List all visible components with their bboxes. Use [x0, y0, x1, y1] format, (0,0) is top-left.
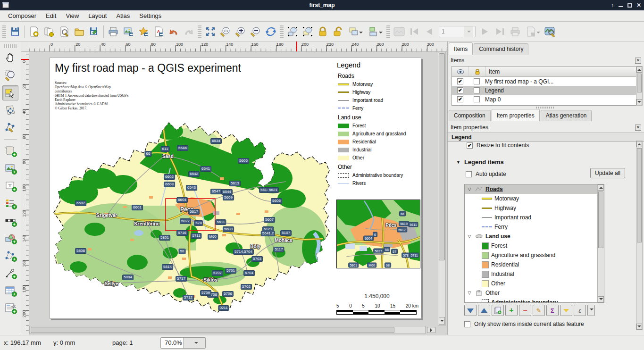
add-shape-icon[interactable]: +: [2, 231, 18, 246]
align-items-dropdown-icon[interactable]: [379, 32, 383, 35]
pan-tool-icon[interactable]: [2, 50, 18, 66]
print-atlas-icon[interactable]: [508, 24, 523, 39]
canvas-horizontal-scrollbar[interactable]: [29, 326, 426, 334]
tree-node-residential[interactable]: Residential: [465, 260, 604, 269]
close-item-properties-icon[interactable]: ✕: [635, 125, 641, 131]
tree-node-important-road[interactable]: Important road: [465, 213, 604, 222]
table-row[interactable]: ✔ My first road map - a QGI...: [452, 77, 636, 86]
tab-items[interactable]: Items: [449, 42, 473, 55]
expander-icon[interactable]: ▽: [467, 187, 472, 192]
edit-nodes-item-tool-icon[interactable]: [2, 120, 18, 135]
add-html-frame-icon[interactable]: </> +: [2, 300, 18, 316]
scrollbar-thumb[interactable]: [598, 192, 603, 248]
zoom-in-icon[interactable]: [233, 24, 248, 39]
zoom-actual-icon[interactable]: 1:1: [218, 24, 233, 39]
expression-filter-icon[interactable]: ε: [574, 305, 586, 316]
add-arrow-icon[interactable]: +: [2, 266, 18, 281]
toolbar-grip[interactable]: [198, 25, 201, 38]
resize-to-fit-checkbox[interactable]: ✔: [467, 142, 473, 149]
scalebar-item[interactable]: 505101520 km: [335, 303, 419, 315]
atlas-page-combobox[interactable]: [439, 26, 476, 37]
menu-view[interactable]: View: [61, 11, 83, 20]
scroll-up-icon[interactable]: [636, 141, 642, 147]
add-new-map-icon[interactable]: +: [2, 143, 18, 158]
refresh-icon[interactable]: [263, 24, 278, 39]
add-legend-icon[interactable]: +: [2, 196, 18, 211]
menu-composer[interactable]: Composer: [4, 11, 41, 20]
add-group-button[interactable]: [492, 305, 504, 316]
atlas-previous-feature-icon[interactable]: [422, 24, 437, 39]
items-table-scrollbar[interactable]: [636, 66, 643, 106]
move-up-button[interactable]: [478, 305, 490, 316]
export-atlas-dropdown-icon[interactable]: [536, 32, 540, 35]
export-svg-icon[interactable]: [136, 24, 151, 39]
toolbar-grip[interactable]: [386, 25, 390, 38]
scroll-up-icon[interactable]: [598, 184, 604, 191]
close-items-panel-icon[interactable]: ✕: [635, 58, 641, 64]
scroll-right-icon[interactable]: [427, 327, 435, 333]
table-row[interactable]: ✔ Map 0: [452, 95, 636, 104]
scrollbar-thumb[interactable]: [637, 74, 642, 92]
open-template-folder-icon[interactable]: [72, 24, 87, 39]
composition-page[interactable]: My first road map - a QGIS experiment So…: [50, 58, 421, 319]
visibility-checkbox[interactable]: ✔: [457, 78, 463, 84]
move-item-content-icon[interactable]: [300, 24, 315, 39]
atlas-page-dropdown-icon[interactable]: [464, 26, 473, 37]
close-icon[interactable]: ✕: [636, 2, 641, 8]
table-row[interactable]: ✔ Legend: [452, 86, 636, 95]
zoom-tool-icon[interactable]: [2, 68, 18, 83]
align-items-icon[interactable]: [365, 24, 385, 39]
expander-icon[interactable]: ▽: [467, 234, 472, 239]
tree-node-ferry[interactable]: Ferry: [465, 222, 604, 232]
auto-update-checkbox[interactable]: [466, 171, 472, 177]
save-project-icon[interactable]: [8, 24, 23, 39]
main-map-item[interactable]: Sásd Szigetvár Szentlőrinc Pécs Bóly Moh…: [50, 92, 333, 320]
composer-manager-icon[interactable]: [57, 24, 72, 39]
edit-item-icon[interactable]: ✎: [533, 305, 545, 316]
remove-item-button[interactable]: −: [519, 305, 531, 316]
legend-items-group[interactable]: ▼ Legend items: [456, 158, 504, 166]
legend-items-tree[interactable]: ▽ Roads Motorway Highway Important road …: [464, 184, 604, 303]
atlas-page-input[interactable]: [439, 28, 464, 35]
tree-node-forest[interactable]: Forest: [465, 241, 604, 250]
save-as-template-icon[interactable]: [87, 24, 102, 39]
export-pdf-icon[interactable]: A: [151, 24, 166, 39]
expander-icon[interactable]: ▽: [467, 291, 472, 295]
tab-command-history[interactable]: Command history: [474, 43, 528, 55]
tree-node-motorway[interactable]: Motorway: [465, 194, 604, 203]
atlas-settings-icon[interactable]: [543, 24, 558, 39]
print-icon[interactable]: [106, 24, 121, 39]
lock-items-icon[interactable]: [315, 24, 330, 39]
expression-dropdown-icon[interactable]: [587, 305, 595, 316]
export-atlas-icon[interactable]: [523, 24, 543, 39]
canvas-vertical-scrollbar[interactable]: [438, 52, 446, 325]
select-move-item-icon[interactable]: [285, 24, 300, 39]
menu-settings[interactable]: Settings: [135, 11, 166, 20]
toolbar-grip[interactable]: [280, 25, 284, 38]
tab-item-properties[interactable]: Item properties: [492, 109, 540, 121]
add-image-icon[interactable]: +: [2, 161, 18, 176]
zoom-full-icon[interactable]: [203, 24, 218, 39]
tree-node-industrial[interactable]: Industrial: [465, 269, 604, 279]
panel-splitter[interactable]: [536, 107, 555, 108]
scroll-up-icon[interactable]: [636, 67, 642, 73]
tree-node-admin-boundary[interactable]: Administrative boundary: [465, 298, 604, 303]
tree-node-agriculture[interactable]: Agriculture and grassland: [465, 250, 604, 260]
scrollbar-thumb[interactable]: [31, 327, 394, 333]
zoom-out-icon[interactable]: [248, 24, 263, 39]
add-nodes-shape-icon[interactable]: +: [2, 248, 18, 263]
tree-scrollbar[interactable]: [597, 184, 604, 302]
select-move-item-tool-icon[interactable]: [2, 85, 18, 100]
move-down-button[interactable]: [464, 305, 477, 316]
zoom-dropdown-icon[interactable]: [183, 338, 206, 348]
overview-map-item[interactable]: Pécs 66 5619 5611 5617 6 6604 5827 58 57…: [336, 200, 420, 268]
preview-atlas-icon[interactable]: [392, 24, 407, 39]
zoom-level-combobox[interactable]: 70.0%: [160, 337, 206, 349]
atlas-first-feature-icon[interactable]: [407, 24, 422, 39]
tree-node-highway[interactable]: Highway: [465, 203, 604, 213]
items-table[interactable]: Item ✔ My first road map - a QGI... ✔ Le…: [452, 66, 636, 106]
tree-node-roads[interactable]: ▽ Roads: [465, 184, 604, 194]
visibility-checkbox[interactable]: ✔: [457, 96, 463, 102]
lock-checkbox[interactable]: [474, 96, 480, 102]
minimize-icon[interactable]: [619, 3, 623, 7]
